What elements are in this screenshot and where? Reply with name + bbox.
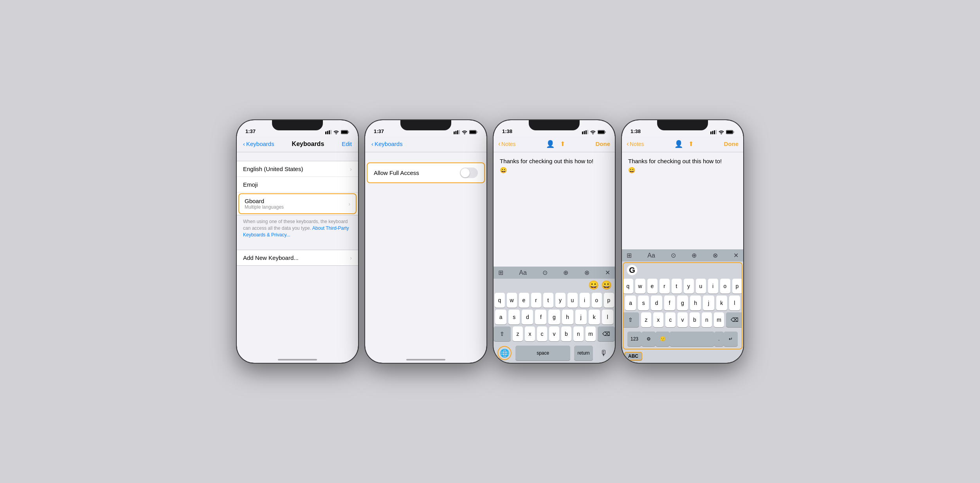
key-p-4[interactable]: p: [732, 279, 742, 294]
space-key-4[interactable]: [670, 332, 714, 346]
toolbar-arrow-icon-3[interactable]: ⊗: [584, 269, 589, 276]
allow-full-access-row[interactable]: Allow Full Access: [367, 162, 485, 183]
key-u-4[interactable]: u: [696, 279, 706, 294]
back-button-1[interactable]: ‹ Keyboards: [243, 141, 274, 147]
edit-button-1[interactable]: Edit: [342, 141, 352, 147]
toolbar-format-icon-4[interactable]: Aa: [647, 252, 655, 259]
key-c-4[interactable]: c: [665, 312, 676, 327]
emoji-key-4[interactable]: 🙂: [656, 332, 670, 346]
key-j-4[interactable]: j: [703, 296, 714, 310]
emoji-row[interactable]: Emoji: [237, 177, 358, 193]
key-w-4[interactable]: w: [635, 279, 645, 294]
key-d-4[interactable]: d: [651, 296, 662, 310]
key-f-4[interactable]: f: [664, 296, 675, 310]
toolbar-close-icon-3[interactable]: ✕: [605, 269, 610, 276]
num-key-4[interactable]: 123: [627, 332, 641, 346]
add-keyboard-row[interactable]: Add New Keyboard... ›: [237, 250, 358, 265]
toolbar-check-icon-3[interactable]: ⊙: [542, 269, 548, 276]
key-z-3[interactable]: z: [513, 326, 523, 341]
delete-key-4[interactable]: ⌫: [726, 312, 742, 327]
key-m-3[interactable]: m: [585, 326, 596, 341]
key-r-4[interactable]: r: [659, 279, 670, 294]
back-button-2[interactable]: ‹ Keyboards: [371, 141, 403, 147]
gboard-row[interactable]: Gboard Multiple languages ›: [238, 193, 357, 214]
key-g-3[interactable]: g: [548, 310, 560, 324]
toolbar-check-icon-4[interactable]: ⊙: [671, 252, 676, 259]
key-s-3[interactable]: s: [508, 310, 520, 324]
key-n-3[interactable]: n: [573, 326, 584, 341]
person-add-icon-3[interactable]: 👤: [546, 140, 555, 148]
key-o-3[interactable]: o: [592, 293, 602, 308]
key-a-3[interactable]: a: [495, 310, 506, 324]
key-l-3[interactable]: l: [602, 310, 613, 324]
key-e-4[interactable]: e: [647, 279, 658, 294]
key-e-3[interactable]: e: [519, 293, 529, 308]
key-j-3[interactable]: j: [575, 310, 587, 324]
key-x-4[interactable]: x: [653, 312, 663, 327]
key-i-3[interactable]: i: [580, 293, 590, 308]
key-l-4[interactable]: l: [729, 296, 740, 310]
key-u-3[interactable]: u: [567, 293, 578, 308]
key-k-4[interactable]: k: [716, 296, 727, 310]
notes-done-3[interactable]: Done: [595, 141, 610, 147]
return-key-4[interactable]: ↵: [724, 332, 738, 346]
key-q-4[interactable]: q: [623, 279, 633, 294]
english-row[interactable]: English (United States) ›: [237, 161, 358, 177]
key-x-3[interactable]: x: [525, 326, 535, 341]
return-key-3[interactable]: return: [574, 346, 593, 360]
key-b-3[interactable]: b: [561, 326, 571, 341]
key-g-4[interactable]: g: [677, 296, 688, 310]
toolbar-table-icon-4[interactable]: ⊞: [627, 252, 632, 259]
space-key-3[interactable]: space: [515, 346, 570, 360]
key-y-3[interactable]: y: [555, 293, 566, 308]
key-s-4[interactable]: s: [638, 296, 649, 310]
key-r-3[interactable]: r: [531, 293, 541, 308]
key-o-4[interactable]: o: [720, 279, 730, 294]
globe-button-3[interactable]: 🌐: [497, 346, 512, 360]
key-a-4[interactable]: a: [625, 296, 636, 310]
toolbar-arrow-icon-4[interactable]: ⊗: [713, 252, 718, 259]
emoji-2-3[interactable]: 😀: [601, 280, 612, 290]
person-add-icon-4[interactable]: 👤: [674, 140, 683, 148]
key-c-3[interactable]: c: [537, 326, 547, 341]
delete-key-3[interactable]: ⌫: [598, 326, 615, 341]
toolbar-add-icon-4[interactable]: ⊕: [692, 252, 697, 259]
key-v-3[interactable]: v: [549, 326, 559, 341]
key-w-3[interactable]: w: [507, 293, 517, 308]
shift-key-4[interactable]: ⇧: [623, 312, 639, 327]
key-f-3[interactable]: f: [535, 310, 546, 324]
shift-key-3[interactable]: ⇧: [494, 326, 511, 341]
key-t-4[interactable]: t: [672, 279, 682, 294]
back-chevron-1: ‹: [243, 141, 245, 147]
key-t-3[interactable]: t: [543, 293, 553, 308]
key-h-3[interactable]: h: [562, 310, 573, 324]
key-p-3[interactable]: p: [604, 293, 614, 308]
notes-done-4[interactable]: Done: [724, 141, 739, 147]
notes-back-3[interactable]: ‹ Notes: [498, 140, 516, 148]
key-y-4[interactable]: y: [684, 279, 694, 294]
toggle-switch[interactable]: [460, 168, 478, 178]
gear-key-4[interactable]: ⚙: [641, 332, 656, 346]
back-label-2: Keyboards: [375, 141, 403, 147]
key-d-3[interactable]: d: [522, 310, 533, 324]
emoji-1-3[interactable]: 😀: [588, 280, 599, 290]
period-key-4[interactable]: .: [714, 332, 724, 346]
toolbar-format-icon-3[interactable]: Aa: [519, 269, 527, 276]
toolbar-add-icon-3[interactable]: ⊕: [563, 269, 568, 276]
key-h-4[interactable]: h: [690, 296, 701, 310]
notes-back-4[interactable]: ‹ Notes: [627, 140, 644, 148]
key-k-3[interactable]: k: [589, 310, 600, 324]
mic-button-3[interactable]: 🎙: [597, 346, 611, 360]
key-m-4[interactable]: m: [714, 312, 724, 327]
toolbar-close-icon-4[interactable]: ✕: [733, 252, 739, 259]
key-v-4[interactable]: v: [677, 312, 688, 327]
toolbar-table-icon-3[interactable]: ⊞: [498, 269, 503, 276]
key-q-3[interactable]: q: [495, 293, 505, 308]
key-i-4[interactable]: i: [708, 279, 718, 294]
share-icon-3[interactable]: ⬆: [560, 140, 565, 148]
share-icon-4[interactable]: ⬆: [688, 140, 694, 148]
key-b-4[interactable]: b: [690, 312, 700, 327]
key-n-4[interactable]: n: [702, 312, 712, 327]
abc-button[interactable]: ABC: [624, 352, 642, 360]
key-z-4[interactable]: z: [641, 312, 651, 327]
